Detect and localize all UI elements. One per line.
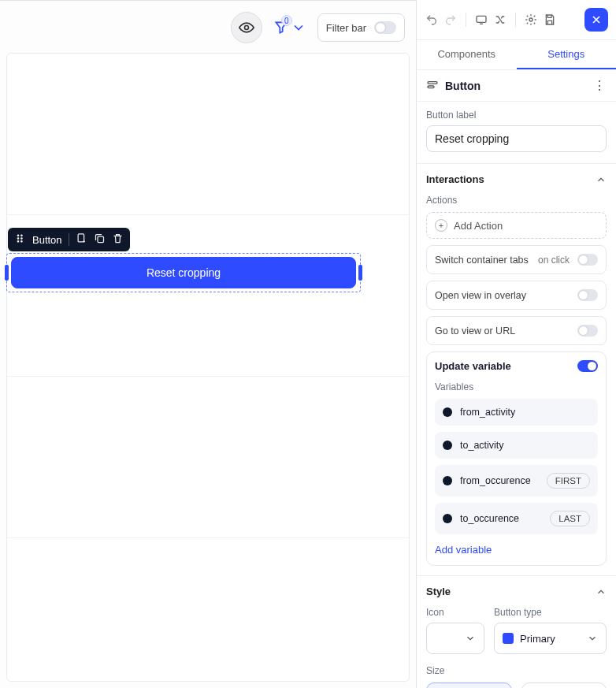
action-toggle[interactable] [577,289,598,301]
device-preview-button[interactable] [474,13,488,27]
button-label-input[interactable] [426,125,607,152]
style-header[interactable]: Style [426,586,607,597]
add-component-icon[interactable] [76,232,87,247]
button-type-value: Primary [520,633,555,645]
tab-components[interactable]: Components [417,40,517,69]
action-trigger-chip: on click [538,255,570,266]
inspector-panel: Components Settings Button ⋮ Button labe… [416,0,616,688]
button-type-field-label: Button type [494,607,607,618]
variable-row[interactable]: to_activity [435,432,598,459]
selection-floating-toolbar[interactable]: Button [8,228,130,251]
canvas-surface[interactable] [6,53,410,682]
add-action-label: Add Action [454,220,503,232]
color-swatch [503,633,514,644]
add-variable-link[interactable]: Add variable [435,544,598,556]
plus-icon: + [435,219,447,232]
settings-gear-button[interactable] [524,13,538,27]
element-header: Button ⋮ [417,70,616,102]
element-title: Button [445,80,587,92]
inspector-tabs: Components Settings [417,40,616,70]
style-section: Style Icon Button type Primary [417,576,616,688]
filter-funnel-button[interactable]: 0 [273,20,306,35]
svg-rect-11 [428,82,437,84]
resize-handle-left[interactable] [5,265,9,281]
drag-handle-icon[interactable] [14,232,26,247]
divider [515,13,516,27]
variable-name: to_occurence [460,513,542,524]
chevron-down-icon [291,20,306,35]
filter-bar-label: Filter bar [326,22,366,34]
inspector-toolbar [417,0,616,40]
action-label: Switch container tabs [435,255,530,266]
funnel-count-badge: 0 [281,15,292,26]
variables-sublabel: Variables [435,381,598,392]
canvas-primary-button[interactable]: Reset cropping [11,257,356,288]
icon-select[interactable] [426,623,484,654]
chevron-down-icon [587,633,598,644]
action-label: Go to view or URL [435,325,570,337]
variable-row[interactable]: to_occurence LAST [435,503,598,534]
svg-rect-8 [98,236,104,243]
svg-point-1 [17,235,19,236]
preview-button[interactable] [231,12,262,43]
add-action-button[interactable]: + Add Action [426,212,607,239]
delete-icon[interactable] [112,232,124,247]
action-label: Open view in overlay [435,290,570,301]
svg-rect-9 [477,16,486,22]
variable-value-pill: LAST [550,511,590,526]
canvas-pane: 0 Filter bar Button Reset crop [0,0,416,688]
divider [69,233,69,246]
resize-handle-right[interactable] [358,265,362,281]
eye-icon [239,20,254,35]
button-type-select[interactable]: Primary [494,623,607,654]
variable-dot-icon [443,441,452,450]
divider [466,13,466,27]
update-variable-title: Update variable [435,360,511,372]
element-menu-button[interactable]: ⋮ [593,78,607,93]
svg-point-3 [17,241,19,243]
variable-dot-icon [443,514,452,523]
svg-point-5 [21,238,23,240]
action-open-overlay[interactable]: Open view in overlay [426,281,607,310]
close-inspector-button[interactable] [584,8,608,32]
button-label-field: Button label [417,102,616,164]
svg-point-2 [17,238,19,240]
icon-field-label: Icon [426,607,484,618]
svg-rect-7 [78,234,84,242]
canvas-row [7,377,409,538]
canvas-toolbar: 0 Filter bar [231,12,405,43]
action-toggle[interactable] [577,254,598,266]
filter-bar-switch[interactable] [374,21,396,34]
action-goto-url[interactable]: Go to view or URL [426,316,607,345]
style-title: Style [426,586,451,597]
canvas-row [7,54,409,215]
variable-value-pill: FIRST [547,473,590,489]
filter-bar-toggle[interactable]: Filter bar [317,13,405,42]
variable-name: from_occurence [460,475,539,486]
update-variable-toggle[interactable] [577,360,598,372]
selection-type-label: Button [32,234,62,246]
chevron-up-icon [596,586,607,597]
variable-dot-icon [443,476,452,485]
variable-row[interactable]: from_activity [435,399,598,426]
svg-point-0 [244,26,248,30]
action-switch-tabs[interactable]: Switch container tabs on click [426,245,607,274]
shuffle-button[interactable] [493,13,507,27]
button-element-icon [426,78,439,93]
redo-button[interactable] [443,13,458,27]
update-variable-block: Update variable Variables from_activity … [426,351,607,566]
undo-button[interactable] [425,13,439,27]
duplicate-icon[interactable] [94,232,106,247]
size-option-large[interactable]: Large [426,682,512,688]
interactions-header[interactable]: Interactions [426,173,607,185]
variable-name: from_activity [460,407,590,418]
size-option-small[interactable]: Small [521,682,607,688]
interactions-title: Interactions [426,173,484,185]
svg-rect-12 [428,86,434,88]
save-button[interactable] [543,13,557,27]
action-toggle[interactable] [577,325,598,337]
canvas-button-text: Reset cropping [147,266,221,279]
tab-settings[interactable]: Settings [517,40,617,69]
size-field-label: Size [426,665,607,676]
variable-row[interactable]: from_occurence FIRST [435,465,598,496]
